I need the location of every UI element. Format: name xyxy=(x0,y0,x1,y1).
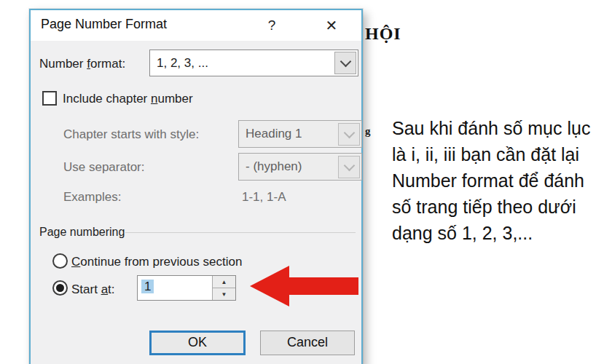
annotation-text-block: Sau khi đánh số mục lục là i, ii, iii bạ… xyxy=(392,115,611,246)
dialog-title: Page Number Format xyxy=(41,17,167,32)
chevron-down-icon[interactable] xyxy=(334,52,356,74)
include-chapter-label: Include chapter number xyxy=(63,92,193,106)
background-document-text-fragment: g xyxy=(365,125,371,138)
help-icon[interactable]: ? xyxy=(259,15,284,36)
separator-dropdown: - (hyphen) xyxy=(238,153,362,181)
close-icon[interactable]: ✕ xyxy=(319,15,344,36)
annotation-line: là i, ii, iii bạn cần đặt lại xyxy=(392,141,611,167)
continue-radio-label: Continue from previous section xyxy=(71,255,242,269)
include-chapter-checkbox[interactable] xyxy=(42,91,57,106)
spin-up-icon[interactable]: ▲ xyxy=(213,276,235,288)
number-format-value: 1, 2, 3, ... xyxy=(150,56,333,71)
page-numbering-group-label: Page numbering xyxy=(39,226,125,239)
start-at-spinner[interactable]: 1 ▲ ▼ xyxy=(137,275,236,301)
examples-label: Examples: xyxy=(63,190,121,205)
start-at-value: 1 xyxy=(141,280,154,293)
group-divider xyxy=(125,232,356,233)
start-at-radio[interactable] xyxy=(52,280,68,296)
chevron-down-icon xyxy=(338,123,360,146)
examples-value: 1-1, 1-A xyxy=(242,190,286,205)
spin-down-icon[interactable]: ▼ xyxy=(213,288,235,300)
annotation-line: dạng số 1, 2, 3,... xyxy=(392,220,611,246)
screenshot-canvas: HỘI g Sau khi đánh số mục lục là i, ii, … xyxy=(0,0,612,364)
spinner-buttons: ▲ ▼ xyxy=(212,276,235,300)
cancel-button[interactable]: Cancel xyxy=(260,331,355,355)
chapter-style-dropdown: Heading 1 xyxy=(238,120,362,148)
separator-value: - (hyphen) xyxy=(239,159,337,174)
chapter-style-value: Heading 1 xyxy=(239,127,337,141)
number-format-label: Number format: xyxy=(39,57,125,71)
number-format-dropdown[interactable]: 1, 2, 3, ... xyxy=(149,50,358,76)
page-number-format-dialog: Page Number Format ? ✕ Number format: 1,… xyxy=(29,9,363,364)
continue-radio[interactable] xyxy=(52,253,68,269)
annotation-line: số trang tiếp theo dưới xyxy=(392,194,611,220)
ok-button[interactable]: OK xyxy=(149,331,246,355)
dialog-titlebar: Page Number Format ? ✕ xyxy=(31,10,361,41)
arrow-shaft xyxy=(286,277,358,295)
start-at-input[interactable]: 1 xyxy=(138,276,212,300)
annotation-line: Sau khi đánh số mục lục xyxy=(392,115,611,141)
arrow-head xyxy=(250,266,289,306)
chapter-style-label: Chapter starts with style: xyxy=(63,127,199,142)
separator-label: Use separator: xyxy=(63,160,145,175)
background-document-text: HỘI xyxy=(365,24,401,44)
annotation-line: Number format để đánh xyxy=(392,167,611,194)
chevron-down-icon xyxy=(338,156,360,178)
start-at-label: Start at: xyxy=(71,282,115,297)
red-arrow-annotation xyxy=(250,266,359,306)
